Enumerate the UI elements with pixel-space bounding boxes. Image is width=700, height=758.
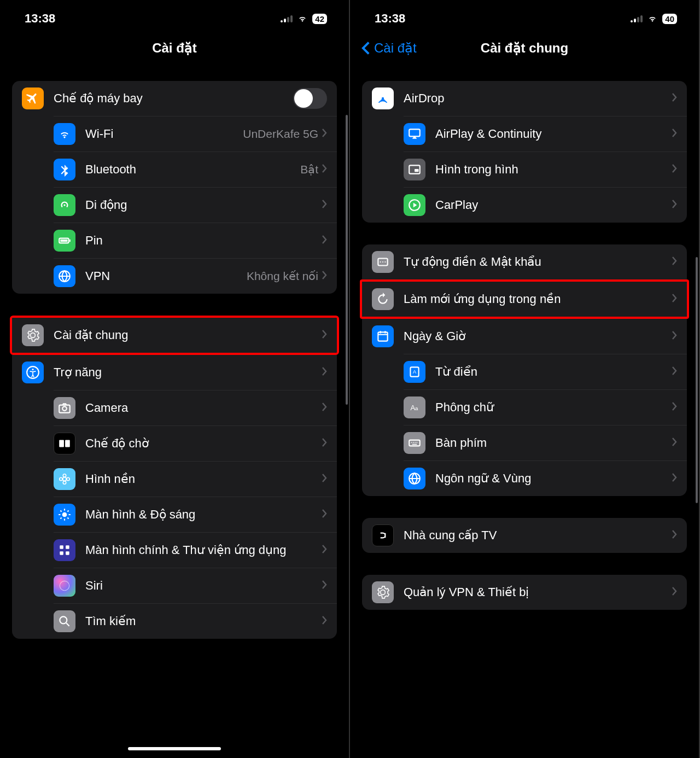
row-value: Bật xyxy=(300,163,318,176)
row-label: Màn hình & Độ sáng xyxy=(85,508,322,522)
camera-icon xyxy=(54,397,75,419)
svg-rect-36 xyxy=(409,440,420,446)
row-wifi[interactable]: Wi-Fi UnDerKafe 5G xyxy=(54,116,337,151)
nav-back-button[interactable]: Cài đặt xyxy=(361,40,417,56)
chevron-right-icon xyxy=(322,270,327,282)
chevron-right-icon xyxy=(322,329,327,341)
chevron-right-icon xyxy=(322,128,327,140)
chevron-right-icon xyxy=(322,438,327,450)
row-general[interactable]: Cài đặt chung xyxy=(12,318,337,353)
row-label: AirDrop xyxy=(404,91,672,106)
svg-rect-17 xyxy=(66,545,69,549)
row-carplay[interactable]: CarPlay xyxy=(404,187,687,223)
row-tv-provider[interactable]: Nhà cung cấp TV xyxy=(362,518,687,553)
row-label: Làm mới ứng dụng trong nền xyxy=(404,292,672,306)
status-time: 13:38 xyxy=(375,11,405,26)
chevron-right-icon xyxy=(322,615,327,627)
airdrop-icon xyxy=(372,88,394,109)
row-search[interactable]: Tìm kiếm xyxy=(54,603,337,639)
row-label: Chế độ chờ xyxy=(85,436,322,451)
row-battery[interactable]: Pin xyxy=(54,223,337,258)
settings-group-2: Trợ năng Camera Chế độ chờ Hình nền Màn … xyxy=(12,355,337,639)
row-label: Ngày & Giờ xyxy=(404,329,672,343)
gear-icon xyxy=(372,581,394,603)
row-standby[interactable]: Chế độ chờ xyxy=(54,425,337,461)
row-language[interactable]: Ngôn ngữ & Vùng xyxy=(404,460,687,496)
svg-point-12 xyxy=(63,481,66,484)
general-group-4: Quản lý VPN & Thiết bị xyxy=(362,575,687,610)
row-camera[interactable]: Camera xyxy=(54,390,337,425)
svg-point-5 xyxy=(32,369,33,370)
row-label: Siri xyxy=(85,579,322,593)
chevron-right-icon xyxy=(672,473,677,485)
calendar-icon xyxy=(372,325,394,347)
chevron-right-icon xyxy=(672,401,677,413)
svg-rect-9 xyxy=(65,440,70,447)
grid-icon xyxy=(54,539,75,561)
svg-rect-8 xyxy=(59,440,64,447)
row-value: UnDerKafe 5G xyxy=(243,127,318,141)
highlight-general: Cài đặt chung xyxy=(10,316,339,355)
cellular-signal-icon xyxy=(631,15,643,22)
row-airplane[interactable]: Chế độ máy bay xyxy=(12,81,337,116)
svg-point-21 xyxy=(60,616,67,623)
chevron-right-icon xyxy=(672,128,677,140)
row-background-refresh[interactable]: Làm mới ứng dụng trong nền xyxy=(362,282,687,317)
row-label: Bluetooth xyxy=(85,162,300,177)
bluetooth-icon xyxy=(54,159,75,180)
carplay-icon xyxy=(404,194,425,216)
row-label: Tìm kiếm xyxy=(85,614,322,628)
highlight-background-refresh: Làm mới ứng dụng trong nền xyxy=(360,279,689,319)
general-group-2a: Tự động điền & Mật khẩu xyxy=(362,244,687,279)
status-icons-right: 42 xyxy=(281,13,327,24)
search-icon xyxy=(54,610,75,632)
row-airdrop[interactable]: AirDrop xyxy=(362,81,687,116)
row-autofill[interactable]: Tự động điền & Mật khẩu xyxy=(362,244,687,279)
svg-rect-41 xyxy=(412,444,417,445)
row-siri[interactable]: Siri xyxy=(54,568,337,603)
row-label: Quản lý VPN & Thiết bị xyxy=(404,585,672,599)
svg-point-39 xyxy=(415,442,416,443)
row-bluetooth[interactable]: Bluetooth Bật xyxy=(54,151,337,187)
row-fonts[interactable]: Aa Phông chữ xyxy=(404,389,687,425)
general-settings-screen: 13:38 40 Cài đặt Cài đặt chung AirDrop A… xyxy=(350,0,700,758)
wifi-icon xyxy=(297,13,308,24)
row-dictionary[interactable]: A Từ điển xyxy=(404,354,687,389)
svg-point-7 xyxy=(62,406,67,411)
chevron-right-icon xyxy=(672,330,677,342)
row-keyboard[interactable]: Bàn phím xyxy=(404,425,687,460)
status-bar: 13:38 40 xyxy=(350,0,699,33)
row-pip[interactable]: Hình trong hình xyxy=(404,151,687,187)
row-label: Wi-Fi xyxy=(85,127,243,141)
row-label: Camera xyxy=(85,401,322,415)
scrollbar[interactable] xyxy=(346,115,348,405)
row-homescreen[interactable]: Màn hình chính & Thư viện ứng dụng xyxy=(54,532,337,568)
row-cellular[interactable]: Di động xyxy=(54,187,337,223)
chevron-right-icon xyxy=(672,366,677,378)
home-indicator[interactable] xyxy=(128,747,221,750)
row-accessibility[interactable]: Trợ năng xyxy=(12,355,337,390)
chevron-right-icon xyxy=(322,199,327,211)
row-wallpaper[interactable]: Hình nền xyxy=(54,461,337,497)
airplane-toggle[interactable] xyxy=(293,88,327,109)
nav-bar: Cài đặt xyxy=(0,33,349,63)
airplane-icon xyxy=(22,88,44,109)
wallpaper-icon xyxy=(54,468,75,490)
svg-rect-31 xyxy=(378,332,387,341)
row-display[interactable]: Màn hình & Độ sáng xyxy=(54,497,337,532)
svg-rect-16 xyxy=(60,545,63,549)
row-datetime[interactable]: Ngày & Giờ xyxy=(362,319,687,354)
accessibility-icon xyxy=(22,361,44,383)
svg-text:a: a xyxy=(415,405,418,411)
nav-title: Cài đặt chung xyxy=(481,40,568,56)
chevron-right-icon xyxy=(322,366,327,378)
row-label: AirPlay & Continuity xyxy=(435,127,672,141)
row-label: Bàn phím xyxy=(435,436,672,450)
svg-rect-2 xyxy=(69,240,71,242)
row-vpn[interactable]: VPN Không kết nối xyxy=(54,258,337,294)
row-airplay[interactable]: AirPlay & Continuity xyxy=(404,116,687,151)
row-label: Chế độ máy bay xyxy=(54,91,293,106)
airplay-icon xyxy=(404,123,425,145)
scrollbar[interactable] xyxy=(696,257,698,503)
row-vpn-management[interactable]: Quản lý VPN & Thiết bị xyxy=(362,575,687,610)
